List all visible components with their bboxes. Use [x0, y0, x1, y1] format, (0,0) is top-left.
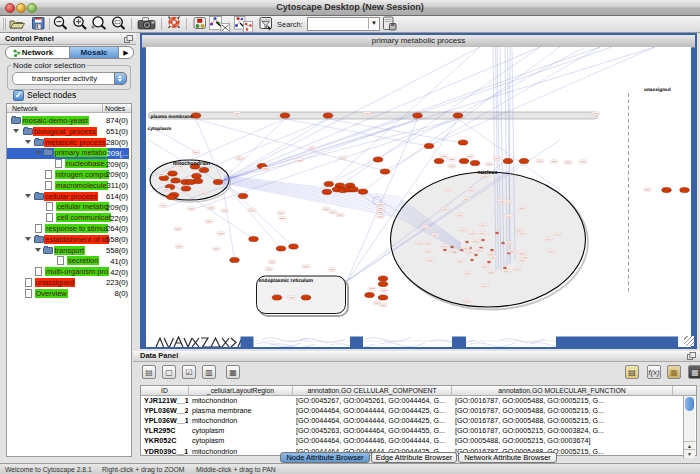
- svg-text:nucleus: nucleus: [478, 170, 498, 176]
- svg-text:cytoplasm: cytoplasm: [148, 126, 172, 132]
- svg-text:plasma membrane: plasma membrane: [151, 114, 193, 120]
- svg-text:unassigned: unassigned: [644, 87, 671, 93]
- svg-text:endoplasmic reticulum: endoplasmic reticulum: [259, 278, 314, 284]
- svg-text:mitochondrion: mitochondrion: [173, 161, 210, 167]
